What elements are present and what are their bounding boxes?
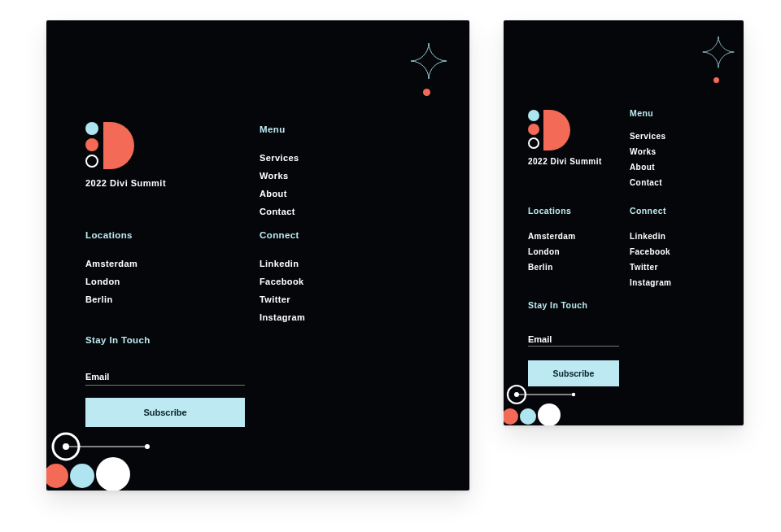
- menu-item-services[interactable]: Services: [260, 153, 299, 163]
- email-label: Email: [85, 372, 109, 382]
- ornament-bottom-left-icon: [504, 383, 593, 425]
- email-label: Email: [528, 334, 552, 344]
- subscribe-button[interactable]: Subscribe: [85, 398, 245, 427]
- location-item-berlin[interactable]: Berlin: [528, 263, 576, 272]
- svg-point-13: [538, 403, 561, 425]
- connect-list: Linkedin Facebook Twitter Instagram: [260, 259, 305, 330]
- menu-item-about[interactable]: About: [630, 163, 665, 172]
- connect-heading: Connect: [630, 206, 666, 216]
- connect-item-linkedin[interactable]: Linkedin: [260, 259, 305, 268]
- svg-point-6: [96, 457, 130, 491]
- locations-list: Amsterdam London Berlin: [85, 259, 137, 312]
- menu-heading: Menu: [260, 124, 286, 134]
- svg-point-2: [63, 443, 69, 450]
- connect-list: Linkedin Facebook Twitter Instagram: [630, 232, 671, 294]
- connect-item-facebook[interactable]: Facebook: [260, 277, 305, 286]
- svg-point-11: [504, 408, 518, 425]
- brand-logo: [85, 122, 134, 169]
- accent-dot-icon: [423, 89, 430, 96]
- svg-point-4: [46, 464, 68, 488]
- menu-heading: Menu: [630, 108, 653, 118]
- sparkle-icon: [409, 41, 448, 81]
- tagline: 2022 Divi Summit: [528, 157, 602, 166]
- connect-item-linkedin[interactable]: Linkedin: [630, 232, 671, 241]
- location-item-london[interactable]: London: [528, 247, 576, 256]
- footer-preview-narrow: 2022 Divi Summit Menu Services Works Abo…: [504, 20, 744, 425]
- menu-list: Services Works About Contact: [260, 153, 299, 225]
- svg-point-3: [145, 444, 150, 449]
- svg-point-9: [514, 392, 519, 397]
- locations-heading: Locations: [528, 206, 571, 216]
- menu-item-services[interactable]: Services: [630, 132, 665, 141]
- stay-in-touch-heading: Stay In Touch: [528, 300, 587, 310]
- location-item-london[interactable]: London: [85, 277, 137, 286]
- tagline: 2022 Divi Summit: [85, 178, 166, 188]
- menu-item-contact[interactable]: Contact: [260, 207, 299, 216]
- svg-point-12: [520, 408, 536, 425]
- email-input[interactable]: [528, 346, 619, 347]
- menu-item-works[interactable]: Works: [260, 171, 299, 181]
- menu-item-works[interactable]: Works: [630, 147, 665, 156]
- connect-item-twitter[interactable]: Twitter: [630, 263, 671, 272]
- connect-item-twitter[interactable]: Twitter: [260, 294, 305, 304]
- connect-item-instagram[interactable]: Instagram: [630, 278, 671, 287]
- menu-item-about[interactable]: About: [260, 189, 299, 198]
- locations-list: Amsterdam London Berlin: [528, 232, 576, 278]
- connect-heading: Connect: [260, 230, 299, 240]
- connect-item-facebook[interactable]: Facebook: [630, 247, 671, 256]
- svg-point-10: [572, 393, 575, 396]
- location-item-amsterdam[interactable]: Amsterdam: [85, 259, 137, 268]
- email-input[interactable]: [85, 385, 245, 386]
- ornament-bottom-left-icon: [46, 427, 168, 491]
- accent-dot-icon: [713, 77, 719, 83]
- svg-point-5: [70, 464, 94, 488]
- stay-in-touch-heading: Stay In Touch: [85, 335, 151, 345]
- location-item-amsterdam[interactable]: Amsterdam: [528, 232, 576, 241]
- footer-preview-wide: 2022 Divi Summit Menu Services Works Abo…: [46, 20, 469, 491]
- location-item-berlin[interactable]: Berlin: [85, 294, 137, 304]
- locations-heading: Locations: [85, 230, 133, 240]
- brand-logo: [528, 110, 570, 150]
- menu-list: Services Works About Contact: [630, 132, 665, 194]
- sparkle-icon: [701, 35, 735, 69]
- menu-item-contact[interactable]: Contact: [630, 178, 665, 187]
- connect-item-instagram[interactable]: Instagram: [260, 312, 305, 322]
